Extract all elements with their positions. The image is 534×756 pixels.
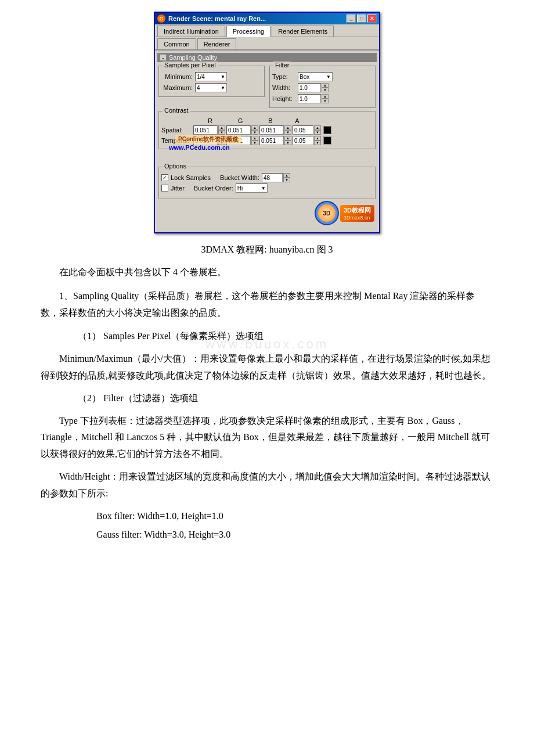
temporal-a-down[interactable]: ▼ <box>314 141 321 145</box>
spatial-row: Spatial: 0.051 ▲ ▼ 0.051 <box>161 125 373 135</box>
spatial-g-up[interactable]: ▲ <box>251 125 258 130</box>
col-a-header: A <box>286 117 309 124</box>
close-button[interactable]: ✕ <box>367 15 377 23</box>
filter-width-row: Width: 1.0 ▲ ▼ <box>272 83 373 92</box>
spatial-b-spinners: ▲ ▼ <box>284 125 291 135</box>
spatial-a-spinners: ▲ ▼ <box>314 125 321 135</box>
filter-width-input[interactable]: 1.0 <box>298 83 321 92</box>
bucket-width-spinners: ▲ ▼ <box>283 173 290 182</box>
temporal-b-down[interactable]: ▼ <box>284 141 291 145</box>
minimize-button[interactable]: _ <box>347 15 356 23</box>
section2-title: （2） Filter（过滤器）选项组 <box>41 390 493 407</box>
spatial-color-swatch[interactable] <box>323 126 331 134</box>
dialog-content: - Sampling Quality Samples per Pixel Min… <box>155 51 379 232</box>
maximum-row: Maximum: 4 ▼ <box>161 83 262 92</box>
spatial-g-spinners: ▲ ▼ <box>251 125 258 135</box>
tabs-row2: Common Renderer <box>155 37 379 51</box>
jitter-checkbox[interactable] <box>161 185 168 192</box>
text-logo: 3D教程网 3Dmax8.cn <box>340 205 374 222</box>
temporal-g-spinners: ▲ ▼ <box>251 136 258 145</box>
minimum-combobox[interactable]: 1/4 ▼ <box>195 72 227 81</box>
spatial-g-down[interactable]: ▼ <box>251 130 258 135</box>
temporal-color-swatch[interactable] <box>323 136 331 145</box>
tab-indirect-illumination[interactable]: Indirect Illumination <box>157 26 225 37</box>
bucket-order-label: Bucket Order: <box>194 185 233 192</box>
spatial-label: Spatial: <box>161 127 193 134</box>
watermark-pconline: PConline软件资讯频道 <box>175 135 241 144</box>
screenshot-area: G Render Scene: mental ray Ren... _ □ ✕ … <box>35 12 499 233</box>
maximum-label: Maximum: <box>161 84 195 91</box>
maximum-combobox[interactable]: 4 ▼ <box>195 83 227 92</box>
spatial-a-input[interactable]: 0.05 <box>293 125 313 135</box>
minimum-arrow: ▼ <box>221 74 225 80</box>
filter-type-label: Type: <box>272 73 298 80</box>
temporal-b-spinners: ▲ ▼ <box>284 136 291 145</box>
temporal-a-input[interactable]: 0.05 <box>293 136 313 145</box>
logo-line2: 3Dmax8.cn <box>344 215 371 221</box>
samples-per-pixel-label: Samples per Pixel <box>163 62 218 69</box>
temporal-a-up[interactable]: ▲ <box>314 136 321 141</box>
options-group: Options Lock Samples Bucket Width: 48 ▲ <box>158 167 376 199</box>
main-columns: Samples per Pixel Minimum: 1/4 ▼ <box>157 64 377 110</box>
filter-height-input[interactable]: 1.0 <box>298 94 321 103</box>
tab-common[interactable]: Common <box>157 38 196 49</box>
article-area: 3DMAX 教程网: huanyiba.cn 图 3 在此命令面板中共包含以下 … <box>35 244 499 543</box>
options-label: Options <box>163 163 188 170</box>
tab-processing[interactable]: Processing <box>226 26 270 37</box>
temporal-g-down[interactable]: ▼ <box>251 141 258 145</box>
lock-samples-row: Lock Samples Bucket Width: 48 ▲ ▼ <box>161 173 373 182</box>
watermark-url: www.PCedu.com.cn <box>169 144 230 151</box>
tabs-row1: Indirect Illumination Processing Render … <box>155 24 379 37</box>
filter-height-spinners: ▲ ▼ <box>322 94 329 103</box>
spatial-b-input[interactable]: 0.051 <box>259 125 284 135</box>
section2-body: Type 下拉列表框：过滤器类型选择项，此项参数决定采样时像素的组成形式，主要有… <box>41 413 493 463</box>
col-r-header: R <box>195 117 225 124</box>
article-para1: 在此命令面板中共包含以下 4 个卷展栏。 <box>41 264 493 281</box>
restore-button[interactable]: □ <box>357 15 366 23</box>
bucket-width-label: Bucket Width: <box>220 174 259 181</box>
rollout-toggle[interactable]: - <box>160 54 167 61</box>
tab-renderer[interactable]: Renderer <box>197 38 237 49</box>
section1-title: （1） Samples Per Pixel（每像素采样）选项组 <box>41 328 493 345</box>
bucket-width-up[interactable]: ▲ <box>283 173 290 178</box>
dialog-title: Render Scene: mental ray Ren... <box>168 15 347 22</box>
col-b-header: B <box>255 117 286 124</box>
spatial-r-up[interactable]: ▲ <box>218 125 225 130</box>
temporal-a-val: 0.05 ▲ ▼ <box>293 136 321 145</box>
filter-height-down[interactable]: ▼ <box>322 99 329 103</box>
filter-type-value: Box <box>300 74 309 80</box>
filter-type-combobox[interactable]: Box ▼ <box>298 72 333 81</box>
spatial-r-down[interactable]: ▼ <box>218 130 225 135</box>
temporal-b-input[interactable]: 0.051 <box>259 136 284 145</box>
filter-height-up[interactable]: ▲ <box>322 94 329 99</box>
jitter-row: Jitter Bucket Order: Hi ▼ <box>161 183 373 193</box>
logo-line1: 3D教程网 <box>344 206 371 215</box>
rollout-header[interactable]: - Sampling Quality <box>157 53 377 62</box>
filter-width-down[interactable]: ▼ <box>322 88 329 92</box>
section2-widthheight: Width/Height：用来设置过滤区域的宽度和高度值的大小，增加此值会大大增… <box>41 469 493 502</box>
spatial-a-up[interactable]: ▲ <box>314 125 321 130</box>
temporal-b-up[interactable]: ▲ <box>284 136 291 141</box>
lock-samples-label: Lock Samples <box>171 174 211 181</box>
temporal-g-up[interactable]: ▲ <box>251 136 258 141</box>
spatial-a-down[interactable]: ▼ <box>314 130 321 135</box>
caption-text: 3DMAX 教程网: huanyiba.cn 图 3 <box>41 244 493 256</box>
bucket-width-input[interactable]: 48 <box>262 173 283 182</box>
logo-3d-container: 3D 3D教程网 3Dmax8.cn <box>315 201 374 225</box>
filter-height-row: Height: 1.0 ▲ ▼ <box>272 94 373 103</box>
samples-per-pixel-group: Samples per Pixel Minimum: 1/4 ▼ <box>158 66 265 97</box>
titlebar-icon-letter: G <box>159 16 163 21</box>
spatial-r-input[interactable]: 0.051 <box>193 125 218 135</box>
spatial-g-input[interactable]: 0.051 <box>226 125 251 135</box>
bucket-width-down[interactable]: ▼ <box>283 178 290 182</box>
bucket-order-combobox[interactable]: Hi ▼ <box>236 183 268 193</box>
spatial-a-val: 0.05 ▲ ▼ <box>293 125 321 135</box>
temporal-a-spinners: ▲ ▼ <box>314 136 321 145</box>
filter-width-up[interactable]: ▲ <box>322 83 329 88</box>
spatial-b-down[interactable]: ▼ <box>284 130 291 135</box>
spatial-b-up[interactable]: ▲ <box>284 125 291 130</box>
tab-render-elements[interactable]: Render Elements <box>272 26 334 37</box>
col-g-header: G <box>225 117 255 124</box>
lock-samples-checkbox[interactable] <box>161 174 168 181</box>
temporal-b-val: 0.051 ▲ ▼ <box>259 136 291 145</box>
